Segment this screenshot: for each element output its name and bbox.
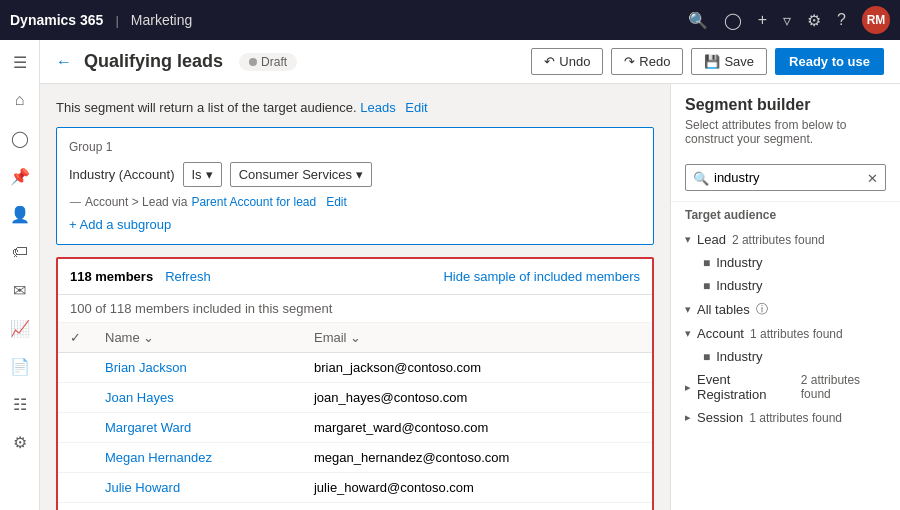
sidebar-hamburger[interactable]: ☰ xyxy=(2,44,38,80)
leads-link[interactable]: Leads xyxy=(360,100,395,115)
all-tables-chevron xyxy=(685,303,691,316)
brand-name: Dynamics 365 xyxy=(10,12,103,28)
avatar[interactable]: RM xyxy=(862,6,890,34)
plus-icon[interactable]: + xyxy=(758,11,767,29)
search-container: 🔍 ✕ xyxy=(685,164,886,191)
row-name-0[interactable]: Brian Jackson xyxy=(93,353,302,383)
back-button[interactable]: ← xyxy=(56,53,72,71)
breadcrumb-path: ⸻ Account > Lead via Parent Account for … xyxy=(69,195,641,209)
operator-chevron: ▾ xyxy=(206,167,213,182)
lead-industry-attr-2[interactable]: ■ Industry xyxy=(671,274,900,297)
row-name-3[interactable]: Megan Hernandez xyxy=(93,443,302,473)
checkbox-icon[interactable]: ✓ xyxy=(70,330,81,345)
group-label: Group 1 xyxy=(69,140,641,154)
lead-section-toggle[interactable]: Lead 2 attributes found xyxy=(671,228,900,251)
attr-icon-2: ■ xyxy=(703,279,710,293)
session-section-toggle[interactable]: Session 1 attributes found xyxy=(671,406,900,429)
row-check-5 xyxy=(58,503,93,511)
redo-button[interactable]: ↷ Redo xyxy=(611,48,683,75)
ready-button[interactable]: Ready to use xyxy=(775,48,884,75)
hide-members-link[interactable]: Hide sample of included members xyxy=(443,269,640,284)
attr-icon-1: ■ xyxy=(703,256,710,270)
row-email-2: margaret_ward@contoso.com xyxy=(302,413,652,443)
builder-desc: Select attributes from below to construc… xyxy=(685,118,886,146)
builder-header: Segment builder Select attributes from b… xyxy=(671,84,900,164)
name-col-header[interactable]: Name ⌄ xyxy=(93,323,302,353)
sidebar-tag[interactable]: 🏷 xyxy=(2,234,38,270)
sidebar-people[interactable]: 👤 xyxy=(2,196,38,232)
target-audience-header: Target audience xyxy=(671,201,900,228)
filter-row: Industry (Account) Is ▾ Consumer Service… xyxy=(69,162,641,187)
row-check-1 xyxy=(58,383,93,413)
all-tables-toggle[interactable]: All tables ⓘ xyxy=(671,297,900,322)
table-row: Brian Jackson brian_jackson@contoso.com xyxy=(58,353,652,383)
draft-dot xyxy=(249,58,257,66)
row-check-2 xyxy=(58,413,93,443)
account-industry-attr[interactable]: ■ Industry xyxy=(671,345,900,368)
builder-content: Target audience Lead 2 attributes found … xyxy=(671,201,900,510)
search-icon[interactable]: 🔍 xyxy=(688,11,708,30)
bell-icon[interactable]: ◯ xyxy=(724,11,742,30)
row-check-0 xyxy=(58,353,93,383)
table-row: Margaret Ward margaret_ward@contoso.com xyxy=(58,413,652,443)
help-icon[interactable]: ? xyxy=(837,11,846,29)
filter-value[interactable]: Consumer Services ▾ xyxy=(230,162,372,187)
all-tables-info-icon: ⓘ xyxy=(756,301,768,318)
members-count: 118 members xyxy=(70,269,153,284)
refresh-button[interactable]: Refresh xyxy=(165,269,211,284)
row-email-4: julie_howard@contoso.com xyxy=(302,473,652,503)
content-wrap: This segment will return a list of the t… xyxy=(40,84,900,510)
row-name-4[interactable]: Julie Howard xyxy=(93,473,302,503)
account-section-toggle[interactable]: Account 1 attributes found xyxy=(671,322,900,345)
members-header: 118 members Refresh Hide sample of inclu… xyxy=(58,259,652,295)
main-area: ← Qualifying leads Draft ↶ Undo ↷ Redo 💾… xyxy=(40,40,900,510)
sidebar-settings[interactable]: ⚙ xyxy=(2,424,38,460)
save-button[interactable]: 💾 Save xyxy=(691,48,767,75)
row-email-1: joan_hayes@contoso.com xyxy=(302,383,652,413)
filter-icon[interactable]: ▿ xyxy=(783,11,791,30)
main-panel: This segment will return a list of the t… xyxy=(40,84,670,510)
row-name-5[interactable]: Adam Russell xyxy=(93,503,302,511)
sidebar-layers[interactable]: ☷ xyxy=(2,386,38,422)
row-check-3 xyxy=(58,443,93,473)
search-input[interactable] xyxy=(685,164,886,191)
sidebar: ☰ ⌂ ◯ 📌 👤 🏷 ✉ 📈 📄 ☷ ⚙ xyxy=(0,40,40,510)
breadcrumb-icon: ⸻ xyxy=(69,195,81,209)
undo-button[interactable]: ↶ Undo xyxy=(531,48,603,75)
sidebar-pin[interactable]: 📌 xyxy=(2,158,38,194)
table-row: Julie Howard julie_howard@contoso.com xyxy=(58,473,652,503)
toolbar: ← Qualifying leads Draft ↶ Undo ↷ Redo 💾… xyxy=(40,40,900,84)
top-nav-actions: 🔍 ◯ + ▿ ⚙ ? RM xyxy=(688,6,890,34)
filter-operator[interactable]: Is ▾ xyxy=(183,162,222,187)
filter-field: Industry (Account) xyxy=(69,167,175,182)
members-table: ✓ Name ⌄ Email ⌄ xyxy=(58,323,652,510)
search-icon: 🔍 xyxy=(693,170,709,185)
add-subgroup-button[interactable]: + Add a subgroup xyxy=(69,217,641,232)
email-sort-icon: ⌄ xyxy=(350,330,361,345)
lead-industry-attr-1[interactable]: ■ Industry xyxy=(671,251,900,274)
breadcrumb-edit-link[interactable]: Edit xyxy=(326,195,347,209)
sidebar-home[interactable]: ⌂ xyxy=(2,82,38,118)
edit-link[interactable]: Edit xyxy=(405,100,427,115)
search-clear-icon[interactable]: ✕ xyxy=(867,170,878,185)
sidebar-chart[interactable]: 📈 xyxy=(2,310,38,346)
sidebar-mail[interactable]: ✉ xyxy=(2,272,38,308)
sidebar-book[interactable]: 📄 xyxy=(2,348,38,384)
settings-icon[interactable]: ⚙ xyxy=(807,11,821,30)
event-reg-section-toggle[interactable]: Event Registration 2 attributes found xyxy=(671,368,900,406)
status-badge: Draft xyxy=(239,53,297,71)
sidebar-recent[interactable]: ◯ xyxy=(2,120,38,156)
module-name: Marketing xyxy=(131,12,192,28)
table-row: Megan Hernandez megan_hernandez@contoso.… xyxy=(58,443,652,473)
value-chevron: ▾ xyxy=(356,167,363,182)
toolbar-right: ↶ Undo ↷ Redo 💾 Save Ready to use xyxy=(531,48,884,75)
row-check-4 xyxy=(58,473,93,503)
check-col-header: ✓ xyxy=(58,323,93,353)
parent-account-link[interactable]: Parent Account for lead xyxy=(191,195,316,209)
row-name-1[interactable]: Joan Hayes xyxy=(93,383,302,413)
top-nav: Dynamics 365 | Marketing 🔍 ◯ + ▿ ⚙ ? RM xyxy=(0,0,900,40)
right-panel: Segment builder Select attributes from b… xyxy=(670,84,900,510)
email-col-header[interactable]: Email ⌄ xyxy=(302,323,652,353)
account-chevron-icon xyxy=(685,327,691,340)
row-name-2[interactable]: Margaret Ward xyxy=(93,413,302,443)
